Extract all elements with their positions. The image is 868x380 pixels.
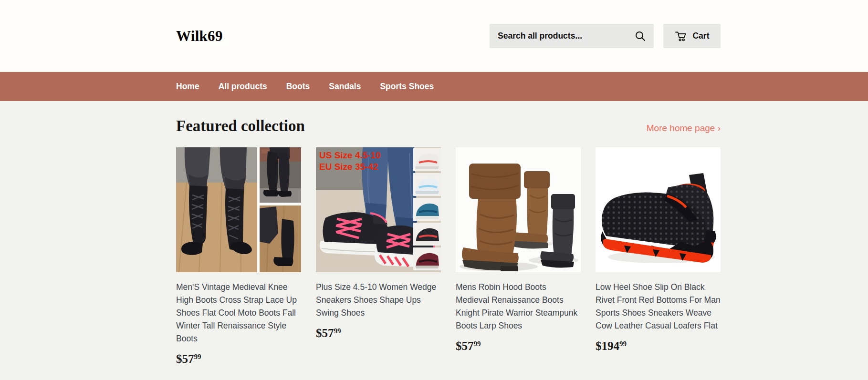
more-home-page-link[interactable]: More home page ›	[647, 123, 721, 134]
cart-label: Cart	[692, 31, 709, 41]
wedge-sneakers-photo: US Size 4.5-10 EU Size 35-42	[316, 147, 441, 272]
price-cents: 99	[474, 340, 481, 348]
store-logo[interactable]: Wilk69	[176, 28, 223, 45]
product-price: $5799	[316, 327, 441, 340]
price-dollars: $57	[316, 327, 334, 339]
site-header: Wilk69 Cart	[0, 0, 868, 72]
product-price: $5799	[456, 339, 581, 353]
product-grid: Men'S Vintage Medieval Knee High Boots C…	[176, 147, 721, 366]
search-icon	[634, 30, 647, 42]
variant-thumbnails	[413, 148, 441, 270]
medieval-boots-photo	[456, 147, 581, 272]
price-dollars: $194	[596, 339, 619, 352]
product-title[interactable]: Mens Robin Hood Boots Medieval Renaissan…	[456, 281, 581, 332]
size-overlay-line1: US Size 4.5-10	[319, 150, 381, 160]
size-overlay-line2: EU Size 35-42	[319, 162, 378, 172]
product-image-wedge-sneakers[interactable]: US Size 4.5-10 EU Size 35-42	[316, 147, 441, 272]
cart-icon	[674, 30, 687, 42]
nav-item-home[interactable]: Home	[176, 82, 199, 92]
nav-item-sports-shoes[interactable]: Sports Shoes	[380, 82, 434, 92]
search-input[interactable]	[490, 24, 627, 48]
search-box	[490, 24, 654, 48]
main-nav: Home All products Boots Sandals Sports S…	[0, 72, 868, 101]
price-dollars: $57	[456, 339, 474, 352]
product-title[interactable]: Low Heel Shoe Slip On Black Rivet Front …	[596, 281, 721, 332]
product-card: Mens Robin Hood Boots Medieval Renaissan…	[456, 147, 581, 366]
boots-collage-photo	[176, 147, 301, 272]
main-content: Featured collection More home page ›	[0, 101, 868, 366]
product-title[interactable]: Men'S Vintage Medieval Knee High Boots C…	[176, 281, 301, 345]
cart-button[interactable]: Cart	[663, 24, 721, 48]
price-dollars: $57	[176, 352, 194, 365]
rivet-sneakers-photo	[596, 147, 721, 272]
product-card: US Size 4.5-10 EU Size 35-42 Plus Size 4…	[316, 147, 441, 366]
product-price: $5799	[176, 352, 301, 366]
price-cents: 99	[619, 340, 627, 348]
nav-item-all-products[interactable]: All products	[219, 82, 267, 92]
nav-item-boots[interactable]: Boots	[286, 82, 310, 92]
price-cents: 99	[194, 353, 201, 360]
price-cents: 99	[334, 327, 341, 335]
product-price: $19499	[596, 339, 721, 353]
nav-item-sandals[interactable]: Sandals	[329, 82, 361, 92]
product-image-medieval-boots[interactable]	[456, 147, 581, 272]
product-title[interactable]: Plus Size 4.5-10 Women Wedge Sneakers Sh…	[316, 281, 441, 319]
product-card: Low Heel Shoe Slip On Black Rivet Front …	[596, 147, 721, 366]
product-image-boots-collage[interactable]	[176, 147, 301, 272]
section-title: Featured collection	[176, 117, 305, 135]
search-button[interactable]	[627, 24, 654, 48]
header-actions: Cart	[490, 24, 721, 48]
product-card: Men'S Vintage Medieval Knee High Boots C…	[176, 147, 301, 366]
product-image-rivet-sneakers[interactable]	[596, 147, 721, 272]
